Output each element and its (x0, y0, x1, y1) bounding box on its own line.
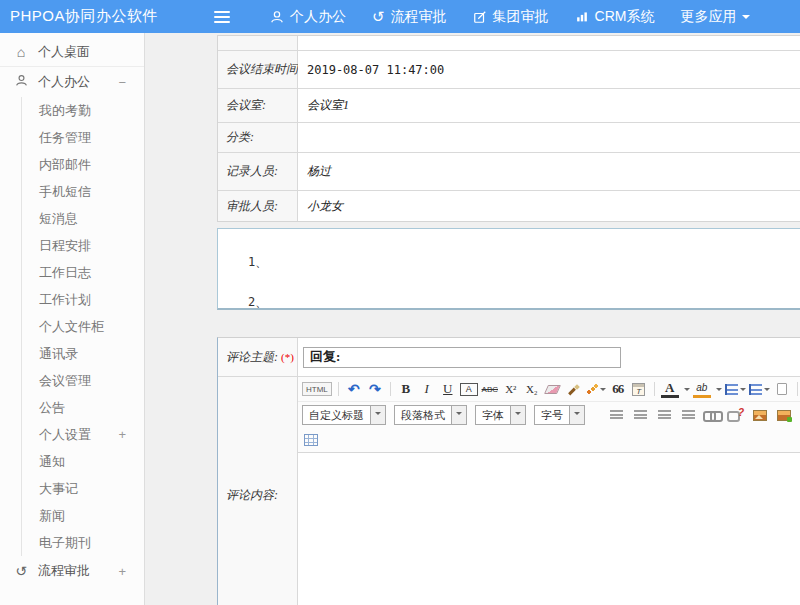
nav-label: CRM系统 (595, 8, 655, 26)
comment-content-editor-area[interactable] (298, 453, 800, 605)
caret-down-icon[interactable] (370, 406, 385, 424)
nav-personal-office[interactable]: 个人办公 (270, 8, 346, 26)
paragraph-format-select[interactable]: 段落格式 (394, 405, 467, 425)
align-left-icon[interactable] (607, 406, 625, 424)
sidebar-item-sms[interactable]: 手机短信 (22, 178, 144, 205)
unordered-list-icon[interactable] (749, 380, 770, 398)
sidebar-item-attendance[interactable]: 我的考勤 (22, 97, 144, 124)
comment-content-row: 评论内容: HTML ↶ ↷ B I U A (218, 377, 800, 605)
row-label-recorder: 记录人员: (218, 153, 298, 190)
row-label (218, 36, 298, 50)
paste-word-icon[interactable] (630, 380, 648, 398)
sidebar-item-tasks[interactable]: 任务管理 (22, 124, 144, 151)
subscript-button[interactable]: X₂ (523, 380, 541, 398)
toolbar-separator (390, 382, 391, 396)
app-logo: PHPOA协同办公软件 (10, 7, 158, 26)
sidebar-item-work-log[interactable]: 工作日志 (22, 259, 144, 286)
ordered-list-icon[interactable] (725, 380, 746, 398)
link-icon[interactable] (703, 406, 721, 424)
caret-down-icon[interactable] (510, 406, 525, 424)
history-icon: ↺ (13, 563, 29, 579)
underline-button[interactable]: U (439, 380, 457, 398)
combo-value: 字号 (535, 408, 569, 423)
alignment-group (607, 406, 800, 424)
font-family-select[interactable]: 字体 (475, 405, 526, 425)
sidebar-item-e-journal[interactable]: 电子期刊 (22, 529, 144, 556)
nav-workflow-approval[interactable]: ↺ 流程审批 (372, 8, 447, 26)
heading-select[interactable]: 自定义标题 (302, 405, 386, 425)
nav-label: 流程审批 (391, 8, 447, 26)
sidebar-item-internal-mail[interactable]: 内部邮件 (22, 151, 144, 178)
superscript-button[interactable]: X² (502, 380, 520, 398)
toolbar-separator (654, 382, 655, 396)
source-code-button[interactable]: HTML (302, 382, 332, 396)
sidebar-item-schedule[interactable]: 日程安排 (22, 232, 144, 259)
sidebar-item-label: 个人办公 (38, 73, 90, 91)
comment-content-cell: HTML ↶ ↷ B I U A ABC X² X₂ (298, 377, 800, 605)
format-painter-icon[interactable] (565, 380, 583, 398)
nav-label: 更多应用 (680, 8, 736, 26)
sidebar-item-label: 手机短信 (39, 183, 91, 201)
editor-toolbar-row3 (298, 428, 800, 453)
caret-down-icon (742, 15, 750, 23)
image-icon[interactable] (751, 406, 769, 424)
sidebar-item-label: 个人设置 (39, 426, 91, 444)
bold-button[interactable]: B (397, 380, 415, 398)
meeting-notes-box: 1、 2、 (217, 228, 800, 310)
sidebar-item-work-plan[interactable]: 工作计划 (22, 286, 144, 313)
upload-image-icon[interactable] (775, 406, 793, 424)
sidebar-item-label: 个人桌面 (38, 43, 90, 61)
expand-toggle[interactable]: + (118, 564, 126, 579)
font-size-select[interactable]: 字号 (534, 405, 585, 425)
hamburger-menu-icon[interactable] (214, 16, 230, 18)
redo-icon[interactable]: ↷ (366, 380, 384, 398)
strikethrough-button[interactable]: ABC (481, 380, 499, 398)
sidebar-item-personal-office[interactable]: 个人办公 − (0, 67, 144, 97)
sidebar-item-news[interactable]: 新闻 (22, 502, 144, 529)
chart-icon (575, 10, 589, 23)
caret-down-icon[interactable] (716, 388, 722, 394)
expand-toggle[interactable]: + (118, 427, 126, 442)
caret-down-icon[interactable] (684, 388, 690, 394)
sidebar-item-label: 我的考勤 (39, 102, 91, 120)
align-center-icon[interactable] (631, 406, 649, 424)
sidebar-item-meeting-management[interactable]: 会议管理 (22, 367, 144, 394)
comment-subject-input[interactable] (303, 347, 621, 368)
sidebar-item-major-events[interactable]: 大事记 (22, 475, 144, 502)
table-icon[interactable] (302, 431, 320, 449)
char-border-button[interactable]: A (460, 383, 478, 396)
undo-icon[interactable]: ↶ (345, 380, 363, 398)
blockquote-button[interactable]: 66 (609, 380, 627, 398)
unlink-icon[interactable] (727, 406, 745, 424)
sidebar-item-workflow-approval[interactable]: ↺ 流程审批 + (0, 556, 144, 586)
nav-crm-system[interactable]: CRM系统 (575, 8, 655, 26)
row-label-category: 分类: (218, 123, 298, 152)
row-value-approver: 小龙女 (298, 191, 800, 221)
nav-group-approval[interactable]: 集团审批 (473, 8, 549, 26)
new-page-icon[interactable] (773, 380, 791, 398)
sidebar-item-notice[interactable]: 通知 (22, 448, 144, 475)
toolbar-separator (797, 382, 798, 396)
sidebar-item-desktop[interactable]: ⌂ 个人桌面 (0, 37, 144, 67)
eraser-icon[interactable] (544, 380, 562, 398)
align-right-icon[interactable] (655, 406, 673, 424)
sidebar-item-announcement[interactable]: 公告 (22, 394, 144, 421)
sidebar-item-personal-settings[interactable]: 个人设置+ (22, 421, 144, 448)
caret-down-icon[interactable] (451, 406, 466, 424)
user-icon (13, 74, 29, 90)
sidebar-item-contacts[interactable]: 通讯录 (22, 340, 144, 367)
caret-down-icon[interactable] (569, 406, 584, 424)
italic-button[interactable]: I (418, 380, 436, 398)
spray-color-icon[interactable] (586, 380, 606, 398)
align-justify-icon[interactable] (679, 406, 697, 424)
row-value-category (298, 123, 800, 152)
sidebar-item-label: 工作计划 (39, 291, 91, 309)
nav-more-apps[interactable]: 更多应用 (680, 8, 750, 26)
sidebar-item-file-cabinet[interactable]: 个人文件柜 (22, 313, 144, 340)
main-content: 会议结束时间: 2019-08-07 11:47:00 会议室: 会议室1 分类… (146, 33, 800, 605)
collapse-toggle[interactable]: − (118, 75, 126, 90)
sidebar-item-label: 短消息 (39, 210, 78, 228)
highlight-color-button[interactable]: ab (693, 380, 711, 398)
sidebar-item-short-message[interactable]: 短消息 (22, 205, 144, 232)
font-color-button[interactable]: A (661, 380, 679, 398)
